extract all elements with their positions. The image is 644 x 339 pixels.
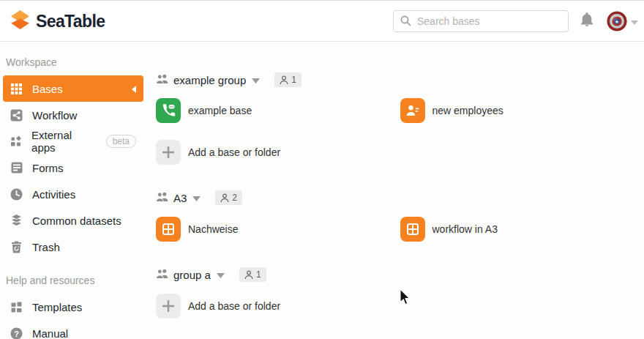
svg-text:?: ?: [14, 329, 19, 338]
person-icon: [220, 193, 229, 203]
sidebar-item-label: Common datasets: [32, 215, 121, 227]
sidebar-item-label: Activities: [32, 188, 75, 201]
group-caret-icon[interactable]: [217, 268, 225, 281]
sidebar-section-workspace: Workspace: [6, 56, 143, 68]
sidebar-item-label: Forms: [32, 162, 64, 174]
sidebar: Workspace Bases Wo: [0, 42, 146, 339]
person-icon: [244, 270, 253, 280]
base-name: workflow in A3: [433, 223, 498, 235]
group-people-icon: [156, 73, 168, 87]
sidebar-item-templates[interactable]: Templates: [3, 294, 143, 320]
question-icon: ?: [10, 327, 23, 339]
base-item-workflow-in-a3[interactable]: workflow in A3: [400, 217, 644, 242]
sidebar-item-label: Bases: [32, 83, 63, 95]
clock-icon: [10, 188, 23, 201]
search-input[interactable]: [393, 10, 569, 32]
group-people-icon: [156, 268, 168, 282]
add-row: Add a base or folder: [156, 140, 644, 165]
member-count: 1: [256, 269, 261, 280]
group-caret-icon[interactable]: [252, 73, 260, 86]
sidebar-item-forms[interactable]: Forms: [3, 154, 143, 181]
member-count-badge[interactable]: 1: [239, 267, 266, 282]
add-base-button[interactable]: Add a base or folder: [156, 140, 412, 165]
add-base-button[interactable]: Add a base or folder: [156, 294, 412, 318]
add-row: Add a base or folder: [156, 294, 644, 318]
member-count-badge[interactable]: 1: [274, 72, 302, 87]
add-base-label: Add a base or folder: [188, 300, 280, 312]
caret-left-icon[interactable]: [132, 83, 136, 95]
search-icon: [400, 15, 412, 30]
trash-icon: [10, 241, 23, 253]
plus-icon: [156, 140, 181, 165]
workflow-icon: [10, 109, 23, 122]
base-row: example base new employees: [156, 98, 644, 123]
phone-icon: [156, 98, 181, 123]
table-icon: [156, 217, 181, 242]
user-list-icon: [400, 98, 425, 123]
base-name: example base: [188, 105, 252, 116]
sidebar-item-workflow[interactable]: Workflow: [3, 102, 143, 128]
base-name: Nachweise: [188, 223, 238, 235]
seatable-logo[interactable]: SeaTable: [10, 9, 105, 34]
templates-icon: [10, 302, 23, 313]
sidebar-item-label: Workflow: [32, 109, 77, 122]
sidebar-item-label: Trash: [32, 241, 60, 253]
search-bases: [393, 10, 569, 32]
beta-badge: beta: [106, 135, 136, 148]
sidebar-item-label: External apps: [31, 129, 95, 154]
sidebar-item-bases[interactable]: Bases: [3, 75, 143, 102]
sidebar-item-common-datasets[interactable]: Common datasets: [3, 207, 143, 234]
seatable-logo-icon: [10, 9, 30, 34]
base-item-new-employees[interactable]: new employees: [400, 98, 644, 123]
caret-down-icon[interactable]: [631, 15, 638, 28]
grid-icon: [10, 83, 23, 94]
base-item-example-base[interactable]: example base: [156, 98, 400, 123]
sidebar-section-help: Help and resources: [6, 275, 143, 286]
add-base-label: Add a base or folder: [188, 146, 280, 158]
group-caret-icon[interactable]: [192, 191, 201, 204]
group-people-icon: [156, 191, 168, 205]
group-name[interactable]: group a: [173, 269, 211, 281]
group-name[interactable]: A3: [173, 192, 187, 204]
member-count-badge[interactable]: 2: [215, 190, 242, 205]
logo-text: SeaTable: [36, 12, 105, 31]
sidebar-item-manual[interactable]: ? Manual: [3, 320, 143, 339]
plus-icon: [156, 294, 181, 318]
member-count: 1: [291, 75, 296, 85]
header-right: ★: [393, 10, 640, 32]
forms-icon: [10, 162, 23, 174]
bases-panel: example group 1: [156, 42, 644, 339]
sidebar-item-label: Templates: [32, 301, 82, 313]
avatar[interactable]: ★: [607, 11, 627, 31]
sidebar-item-trash[interactable]: Trash: [3, 234, 143, 260]
layers-icon: [10, 214, 23, 227]
sidebar-item-label: Manual: [32, 327, 68, 339]
bell-icon[interactable]: [580, 12, 594, 30]
group-name[interactable]: example group: [173, 74, 246, 86]
group-header: A3 2: [156, 190, 644, 205]
seatable-app: SeaTable: [0, 0, 644, 339]
base-row: Nachweise workflow in A3: [156, 217, 644, 242]
group-header: example group 1: [156, 72, 644, 87]
sidebar-item-external-apps[interactable]: External apps beta: [3, 128, 143, 154]
person-icon: [280, 75, 288, 85]
member-count: 2: [232, 193, 237, 203]
base-item-nachweise[interactable]: Nachweise: [156, 217, 400, 242]
external-apps-icon: [10, 135, 22, 147]
sidebar-item-activities[interactable]: Activities: [3, 181, 143, 207]
base-name: new employees: [433, 105, 503, 116]
app-header: SeaTable: [0, 1, 644, 42]
group-header: group a 1: [156, 267, 644, 282]
table-icon: [400, 217, 425, 242]
